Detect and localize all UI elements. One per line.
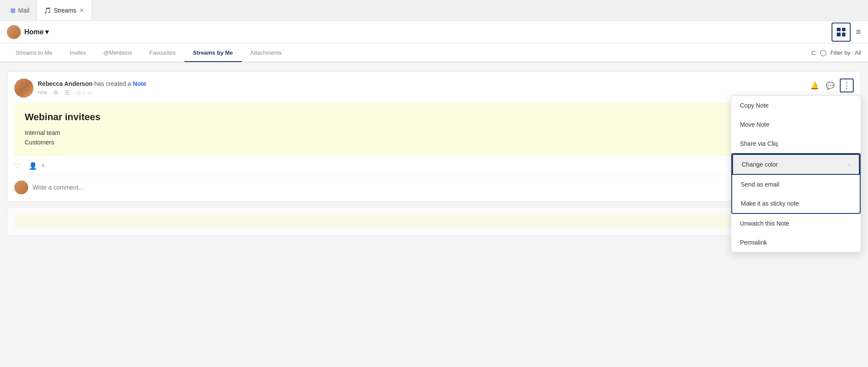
close-tab-button[interactable]: × [79, 7, 85, 14]
mail-icon: ⊠ [10, 7, 16, 14]
add-person-icon[interactable]: 👤 [29, 162, 37, 170]
commenter-avatar [14, 180, 28, 194]
filter-label[interactable]: Filter by : All [830, 49, 861, 56]
tab-mail-label: Mail [18, 7, 30, 14]
send-as-email-item[interactable]: Send as email [732, 175, 860, 194]
tab-invites[interactable]: Invites [61, 44, 95, 62]
stream-card-header: Rebecca Anderson has created a Note now … [14, 79, 854, 98]
footer-separator: · [24, 163, 25, 169]
permalink-item[interactable]: Permalink [731, 233, 861, 244]
action-text: has created a [94, 80, 133, 87]
notes-list-icon[interactable]: ☰ [65, 89, 70, 96]
user-activity-line: Rebecca Anderson has created a Note [38, 80, 146, 87]
copy-note-label: Copy Note [740, 102, 769, 109]
header: Home ▾ ≡ [0, 21, 868, 43]
tab-streams-label: Streams [54, 7, 76, 14]
note-content-2 [14, 214, 854, 228]
header-left: Home ▾ [7, 25, 49, 39]
copy-note-item[interactable]: Copy Note [731, 96, 861, 115]
change-color-item[interactable]: Change color › [732, 154, 860, 175]
move-note-label: Move Note [740, 121, 769, 128]
unread-filter-icon: ◯ [820, 49, 827, 56]
meta-separator: · [50, 89, 51, 95]
meta-separator-3: · [72, 89, 74, 95]
make-sticky-label: Make it as sticky note [741, 200, 799, 207]
tab-mentions[interactable]: @Mentions [95, 44, 141, 62]
grid-icon [837, 28, 845, 36]
tab-streams[interactable]: 🎵 Streams × [36, 0, 92, 20]
chevron-right-icon: › [848, 161, 850, 167]
chat-button[interactable]: 💬 [824, 80, 836, 92]
share-via-cliq-item[interactable]: Share via Cliq [731, 134, 861, 153]
grid-view-button[interactable] [832, 23, 851, 42]
tab-bar: ⊠ Mail 🎵 Streams × [0, 0, 868, 21]
user-avatar [7, 25, 21, 39]
note-content: Webinar invitees Internal team Customers… [14, 103, 854, 156]
more-options-button[interactable]: ⋮ [840, 79, 854, 92]
move-note-item[interactable]: Move Note [731, 115, 861, 134]
user-info: Rebecca Anderson has created a Note now … [38, 80, 146, 96]
home-button[interactable]: Home ▾ [24, 28, 49, 36]
nav-tabs: Streams to Me Invites @Mentions Favourit… [0, 43, 868, 62]
comment-box [14, 176, 854, 194]
stream-card-user-info: Rebecca Anderson has created a Note now … [14, 79, 146, 98]
make-sticky-item[interactable]: Make it as sticky note [732, 194, 860, 213]
tab-mail[interactable]: ⊠ Mail [3, 0, 36, 20]
streams-tab-icon: 🎵 [44, 7, 51, 14]
tag-icon[interactable]: ◇ [76, 89, 81, 96]
meta-separator-2: · [60, 89, 62, 95]
permalink-label: Permalink [740, 239, 767, 244]
timestamp: now [38, 89, 47, 95]
home-label-text: Home [24, 28, 43, 36]
tab-attachments[interactable]: Attachments [242, 44, 290, 62]
header-right: ≡ [832, 23, 861, 42]
filter-icon: ⊏ [811, 49, 816, 56]
note-body: Internal team Customers [25, 128, 843, 147]
context-menu-highlighted-section: Change color › Send as email Make it as … [731, 153, 861, 214]
note-line-1: Internal team [25, 128, 843, 138]
share-via-cliq-label: Share via Cliq [740, 140, 778, 147]
send-as-email-label: Send as email [741, 181, 779, 188]
alarm-button[interactable]: 🔔 [809, 80, 821, 92]
heart-icon[interactable]: ♡ [14, 162, 20, 170]
unwatch-label: Unwatch this Note [740, 220, 789, 227]
note-title: Webinar invitees [25, 111, 843, 123]
meta-separator-4: | [83, 89, 85, 95]
change-color-label: Change color [742, 161, 778, 168]
post-user-avatar [14, 79, 33, 98]
hamburger-menu-button[interactable]: ≡ [856, 27, 861, 37]
star-icon[interactable]: ☆ [87, 89, 92, 96]
card-actions: 🔔 💬 ⋮ [809, 79, 854, 92]
tab-streams-to-me[interactable]: Streams to Me [7, 44, 61, 62]
tab-favourites[interactable]: Favourites [141, 44, 184, 62]
filter-area: ⊏ ◯ Filter by : All [811, 49, 861, 56]
user-meta: now · ⧉ · ☰ · ◇ | ☆ [38, 89, 146, 96]
tab-streams-by-me[interactable]: Streams by Me [184, 44, 242, 62]
card-footer: ♡ · 👤 + [14, 161, 854, 170]
context-menu: Copy Note Move Note Share via Cliq Chang… [731, 95, 861, 244]
chevron-down-icon: ▾ [45, 28, 49, 36]
note-line-2: Customers [25, 138, 843, 147]
add-button[interactable]: + [41, 161, 46, 170]
external-link-icon[interactable]: ⧉ [54, 89, 58, 96]
unwatch-item[interactable]: Unwatch this Note [731, 214, 861, 233]
